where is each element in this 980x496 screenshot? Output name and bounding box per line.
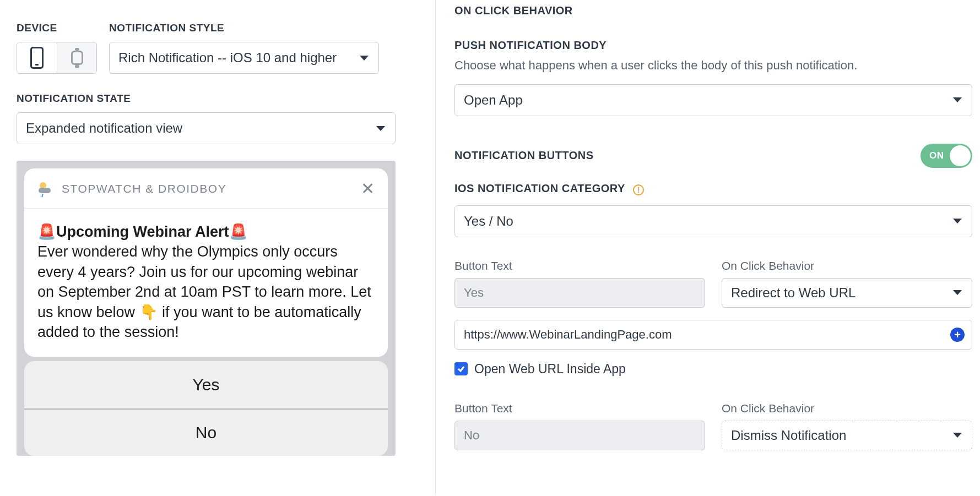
notification-style-label: NOTIFICATION STYLE bbox=[109, 22, 413, 34]
open-inside-app-row[interactable]: Open Web URL Inside App bbox=[454, 362, 972, 377]
notification-buttons-heading: NOTIFICATION BUTTONS bbox=[454, 149, 594, 162]
notification-title: 🚨Upcoming Webinar Alert🚨 bbox=[37, 222, 375, 242]
notification-card: STOPWATCH & DROIDBOY ✕ 🚨Upcoming Webinar… bbox=[24, 168, 388, 357]
on-click-behavior-heading: ON CLICK BEHAVIOR bbox=[454, 4, 972, 17]
chevron-down-icon bbox=[953, 433, 962, 438]
close-icon[interactable]: ✕ bbox=[361, 181, 375, 197]
push-body-description: Choose what happens when a user clicks t… bbox=[454, 57, 972, 74]
ios-category-select[interactable]: Yes / No bbox=[454, 205, 972, 237]
notification-body: Ever wondered why the Olympics only occu… bbox=[37, 242, 375, 342]
chevron-down-icon bbox=[360, 56, 369, 61]
chevron-down-icon bbox=[953, 97, 962, 102]
panel-divider bbox=[435, 0, 436, 495]
button1-behavior-select[interactable]: Redirect to Web URL bbox=[722, 278, 972, 308]
on-click-behavior-label: On Click Behavior bbox=[722, 259, 972, 272]
notification-state-value: Expanded notification view bbox=[26, 121, 182, 136]
notification-style-value: Rich Notification -- iOS 10 and higher bbox=[118, 50, 337, 66]
toggle-on-label: ON bbox=[929, 150, 944, 161]
info-icon[interactable]: ! bbox=[633, 184, 644, 195]
button1-behavior-value: Redirect to Web URL bbox=[731, 285, 856, 301]
push-body-value: Open App bbox=[464, 92, 523, 108]
watch-icon bbox=[71, 51, 83, 65]
notification-actions: Yes No bbox=[24, 361, 388, 456]
notification-action-no[interactable]: No bbox=[24, 408, 388, 456]
device-watch-button[interactable] bbox=[57, 42, 96, 73]
open-inside-app-label: Open Web URL Inside App bbox=[474, 362, 626, 377]
add-variable-button[interactable]: + bbox=[950, 328, 965, 342]
open-inside-app-checkbox[interactable] bbox=[454, 362, 468, 375]
phone-icon bbox=[30, 47, 44, 69]
button2-behavior-value: Dismiss Notification bbox=[731, 428, 846, 443]
button-text-label: Button Text bbox=[454, 259, 705, 272]
push-body-heading: PUSH NOTIFICATION BODY bbox=[454, 39, 972, 52]
device-phone-button[interactable] bbox=[17, 42, 57, 73]
chevron-down-icon bbox=[953, 290, 962, 295]
app-icon bbox=[37, 182, 53, 195]
notification-state-select[interactable]: Expanded notification view bbox=[17, 112, 396, 144]
device-toggle[interactable] bbox=[17, 42, 97, 74]
device-label: DEVICE bbox=[17, 22, 97, 34]
chevron-down-icon bbox=[376, 126, 385, 131]
on-click-behavior-label: On Click Behavior bbox=[722, 402, 972, 415]
toggle-knob bbox=[950, 145, 971, 166]
notification-preview: STOPWATCH & DROIDBOY ✕ 🚨Upcoming Webinar… bbox=[17, 161, 396, 456]
button-text-label: Button Text bbox=[454, 402, 705, 415]
button1-url-input[interactable] bbox=[454, 320, 972, 350]
notification-buttons-toggle[interactable]: ON bbox=[921, 144, 972, 168]
app-name: STOPWATCH & DROIDBOY bbox=[62, 182, 226, 195]
notification-state-label: NOTIFICATION STATE bbox=[17, 92, 413, 105]
push-body-select[interactable]: Open App bbox=[454, 84, 972, 116]
chevron-down-icon bbox=[953, 219, 962, 224]
check-icon bbox=[457, 364, 465, 373]
button1-text-input[interactable] bbox=[454, 278, 705, 308]
button2-text-input[interactable] bbox=[454, 421, 705, 450]
notification-action-yes[interactable]: Yes bbox=[24, 361, 388, 408]
button2-behavior-select[interactable]: Dismiss Notification bbox=[722, 421, 972, 450]
ios-category-heading: IOS NOTIFICATION CATEGORY bbox=[454, 182, 625, 194]
ios-category-value: Yes / No bbox=[464, 214, 513, 229]
notification-style-select[interactable]: Rich Notification -- iOS 10 and higher bbox=[109, 42, 379, 74]
